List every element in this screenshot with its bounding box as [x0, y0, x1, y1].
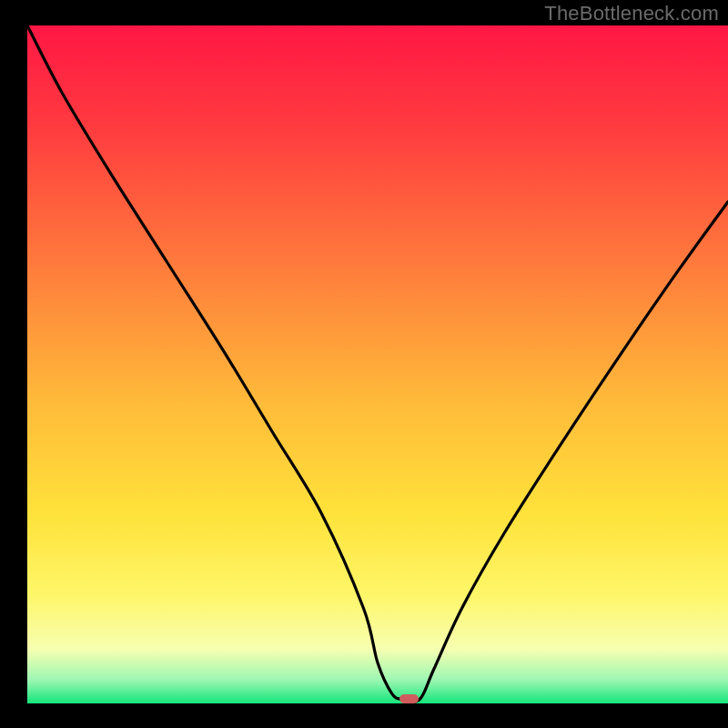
optimal-point-marker	[399, 694, 420, 703]
chart-svg	[27, 25, 728, 703]
gradient-background	[27, 25, 728, 703]
watermark-label: TheBottleneck.com	[544, 2, 719, 25]
chart-frame: TheBottleneck.com	[0, 0, 728, 728]
plot-area	[27, 25, 728, 703]
